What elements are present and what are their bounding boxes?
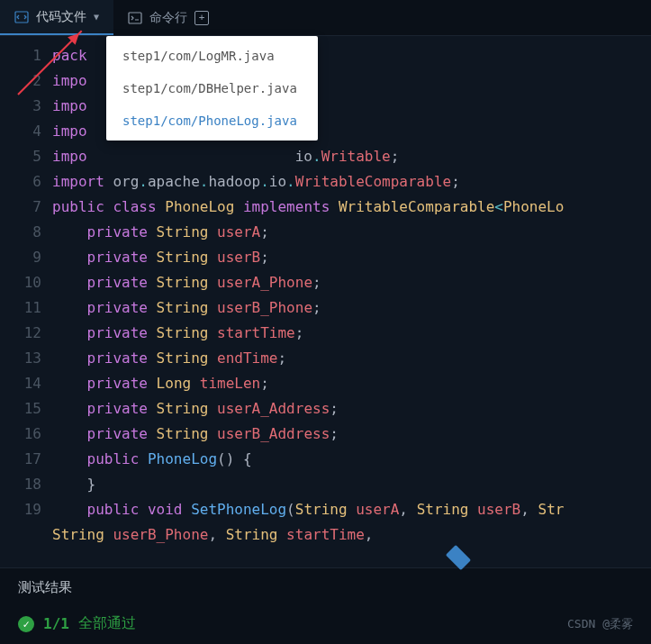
tab-terminal-label: 命令行 bbox=[149, 10, 187, 26]
tab-code-files-label: 代码文件 bbox=[36, 9, 86, 25]
bottom-panel: 测试结果 ✓ 1/1 全部通过 CSDN @柔雾 bbox=[0, 567, 651, 644]
tab-terminal[interactable]: 命令行 + bbox=[113, 0, 223, 35]
code-editor[interactable]: 12345678910111213141516171819 packimpoim… bbox=[0, 36, 651, 567]
new-terminal-icon[interactable]: + bbox=[194, 11, 209, 25]
watermark-text: CSDN @柔雾 bbox=[567, 616, 633, 632]
code-file-icon bbox=[14, 10, 29, 24]
check-circle-icon: ✓ bbox=[18, 616, 34, 632]
line-number-gutter: 12345678910111213141516171819 bbox=[0, 36, 52, 567]
top-tab-bar: 代码文件 ▼ 命令行 + bbox=[0, 0, 651, 36]
status-bar: ✓ 1/1 全部通过 CSDN @柔雾 bbox=[0, 607, 651, 640]
dropdown-item[interactable]: step1/com/DBHelper.java bbox=[106, 72, 318, 104]
status-left: ✓ 1/1 全部通过 bbox=[18, 614, 136, 633]
chevron-down-icon: ▼ bbox=[94, 12, 99, 22]
test-pass-label: 全部通过 bbox=[78, 614, 136, 633]
dropdown-item[interactable]: step1/com/LogMR.java bbox=[106, 40, 318, 72]
terminal-icon bbox=[128, 11, 142, 25]
svg-rect-1 bbox=[129, 13, 141, 23]
tab-code-files[interactable]: 代码文件 ▼ bbox=[0, 0, 113, 35]
file-dropdown-menu: step1/com/LogMR.java step1/com/DBHelper.… bbox=[106, 36, 318, 141]
dropdown-item-active[interactable]: step1/com/PhoneLog.java bbox=[106, 104, 318, 137]
test-score: 1/1 bbox=[43, 615, 69, 632]
results-tab[interactable]: 测试结果 bbox=[0, 568, 90, 607]
